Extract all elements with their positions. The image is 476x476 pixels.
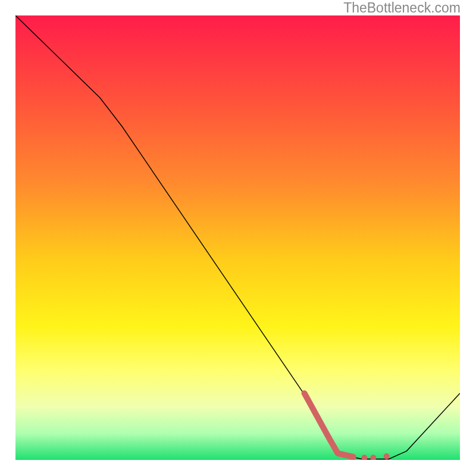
highlight-dot-2: [384, 453, 390, 459]
chart-svg: [15, 15, 460, 460]
gradient-background: [15, 15, 460, 460]
watermark-text: TheBottleneck.com: [343, 0, 461, 16]
plot-area: [15, 15, 460, 460]
chart-container: TheBottleneck.com: [0, 0, 476, 476]
